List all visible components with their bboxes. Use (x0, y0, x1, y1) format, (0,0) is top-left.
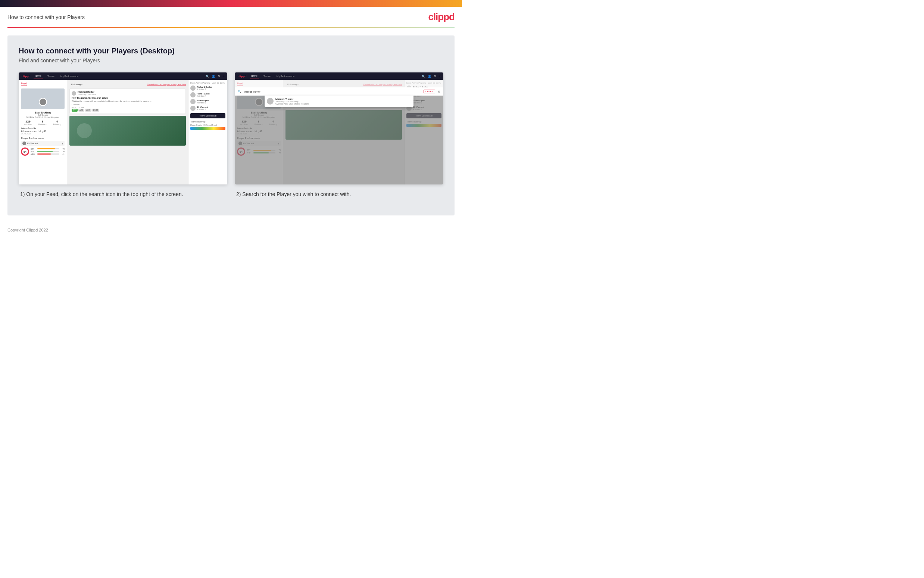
team-dashboard-button[interactable]: Team Dashboard (190, 113, 225, 119)
activity-image (70, 116, 186, 146)
mini-pp-title: Player Performance (21, 137, 65, 140)
act-title: Pre Tournament Course Walk (72, 97, 184, 99)
header-divider (8, 27, 455, 28)
tag-putt: PUTT (92, 109, 99, 112)
mini-app-2: clippd Home Teams My Performance 🔍 👤 ⚙ ○ (235, 72, 443, 185)
search-clear-button[interactable]: CLEAR (424, 89, 435, 93)
p-avatar-4 (190, 106, 196, 111)
chevron-down-icon: ▾ (81, 83, 83, 86)
p-acts-4: Activities: 1 (197, 108, 208, 110)
main-content: How to connect with your Players (Deskto… (8, 36, 455, 216)
mini-profile-info: Blair McHarg Golf Coach Mill Ride Golf C… (21, 111, 65, 119)
search-input-text[interactable]: Marcus Turner (244, 90, 421, 93)
mini-sidebar-1: Feed Blair McHarg Golf Coach Mill Ride G… (19, 80, 67, 185)
search-result-dropdown: Marcus Turner Yesterday · 1-5 Handicap C… (265, 96, 413, 107)
act-avatar (72, 91, 76, 96)
mini-right-panel-1: Most Active Players - Last 30 days Richa… (188, 80, 227, 185)
mini-following-row-2: Following ▾ Control who can see your act… (285, 82, 402, 86)
screenshot-1-frame: clippd Home Teams My Performance 🔍 👤 ⚙ ○ (19, 72, 227, 185)
mini-feed-tab: Feed (21, 82, 27, 86)
chevron-down-icon-3: ▾ (298, 83, 299, 86)
settings-icon[interactable]: ⚙ (218, 75, 220, 78)
team-heatmap-title: Team Heatmap (190, 120, 225, 123)
following-button-2: Following ▾ (285, 82, 300, 86)
mini-feed-tab-2: Feed (237, 82, 243, 86)
top-bar (0, 0, 462, 7)
mini-nav-teams: Teams (46, 74, 56, 78)
mini-logo-1: clippd (22, 75, 31, 78)
mini-latest-date: 27 Jul 2022 (21, 133, 65, 135)
p-avatar-1 (190, 86, 196, 91)
mini-player-name: Eli Vincent (27, 142, 38, 144)
mini-player-select[interactable]: Eli Vincent ▾ (21, 141, 65, 146)
user-icon-2[interactable]: 👤 (428, 75, 431, 78)
close-icon[interactable]: ✕ (437, 89, 440, 94)
avatar-icon[interactable]: ○ (222, 75, 224, 78)
footer: Copyright Clippd 2022 (0, 223, 462, 237)
control-link-2: Control who can see your activity and da… (363, 83, 402, 86)
screenshot-2-frame: clippd Home Teams My Performance 🔍 👤 ⚙ ○ (235, 72, 443, 185)
search-overlay: 🔍 Marcus Turner CLEAR ✕ Marcus (235, 88, 443, 185)
act-desc: Walking the course with my coach to buil… (72, 100, 184, 102)
mini-stats-row: 129 Activities 3 Followers 4 Following (21, 120, 65, 125)
mini-body-1: Feed Blair McHarg Golf Coach Mill Ride G… (19, 80, 227, 185)
mini-nav-icons: 🔍 👤 ⚙ ○ (206, 75, 224, 78)
mini-body-2: Feed Blair McHarg Golf Coach Mill Ride G… (235, 80, 443, 185)
content-subtitle: Find and connect with your Players (19, 57, 443, 63)
search-result-name: Marcus Turner (275, 98, 309, 101)
mini-avatar (39, 98, 47, 106)
mini-nav-teams-2: Teams (262, 74, 272, 78)
page-title: How to connect with your Players (8, 14, 85, 20)
screenshots-container: clippd Home Teams My Performance 🔍 👤 ⚙ ○ (19, 72, 443, 204)
header: How to connect with your Players clippd (0, 7, 462, 27)
mini-app-1: clippd Home Teams My Performance 🔍 👤 ⚙ ○ (19, 72, 227, 185)
player-row-1: Richard Butler Activities: 7 (190, 86, 225, 91)
logo: clippd (428, 11, 455, 23)
mini-quality-bars: OTT 79 APP (31, 148, 65, 156)
mini-following-row: Following ▾ Control who can see your act… (70, 82, 186, 86)
activity-header: Richard Butler Yesterday · The Grove (72, 91, 184, 96)
p-avatar-3 (190, 99, 196, 104)
player-row-2: Piers Parnell Activities: 4 (190, 92, 225, 97)
player-row-3: Hiral Pujara Activities: 3 (190, 99, 225, 104)
search-icon-2[interactable]: 🔍 (422, 75, 426, 78)
tag-arg: ARG (85, 109, 91, 112)
active-players-title: Most Active Players - Last 30 days (190, 82, 225, 84)
mini-nav-performance-2: My Performance (275, 74, 296, 78)
activity-card: Richard Butler Yesterday · The Grove Pre… (70, 88, 186, 114)
bar-arg: ARG 61 (31, 153, 65, 155)
search-icon[interactable]: 🔍 (206, 75, 209, 78)
image-decoration (77, 123, 92, 138)
screenshot-1-block: clippd Home Teams My Performance 🔍 👤 ⚙ ○ (19, 72, 227, 204)
player-row-4: Eli Vincent Activities: 1 (190, 106, 225, 111)
active-players-title-2: Most Active Players - Last 30 days (406, 82, 442, 84)
mini-nav-icons-2: 🔍 👤 ⚙ ○ (422, 75, 440, 78)
following-button[interactable]: Following ▾ (70, 82, 84, 86)
mini-stat-following: 4 Following (53, 120, 61, 125)
search-icon-overlay: 🔍 (238, 90, 241, 93)
p-avatar-2 (190, 92, 196, 97)
control-link[interactable]: Control who can see your activity and da… (147, 83, 186, 86)
tag-ott: OTT (72, 109, 78, 112)
settings-icon-2[interactable]: ⚙ (434, 75, 436, 78)
heatmap-bar (190, 127, 225, 130)
mini-profile-area (21, 88, 65, 109)
act-name: Richard Butler (78, 91, 96, 93)
bar-ott: OTT 79 (31, 148, 65, 150)
user-icon[interactable]: 👤 (212, 75, 215, 78)
mini-latest-val: Afternoon round of golf (21, 130, 65, 133)
mini-main-feed: Following ▾ Control who can see your act… (67, 80, 188, 185)
p-acts-1: Activities: 7 (197, 88, 212, 90)
mini-coach-club: Mill Ride Golf Club, United Kingdom (21, 116, 65, 119)
caption-1: 1) On your Feed, click on the search ico… (19, 185, 227, 204)
heatmap-subtitle: Player Quality · 20 Round Trend (190, 124, 225, 126)
search-bar: 🔍 Marcus Turner CLEAR ✕ (235, 88, 443, 96)
mini-coach-name: Blair McHarg (21, 111, 65, 114)
content-title: How to connect with your Players (Deskto… (19, 47, 443, 55)
mini-nav-1: clippd Home Teams My Performance 🔍 👤 ⚙ ○ (19, 72, 227, 80)
screenshot-2-block: clippd Home Teams My Performance 🔍 👤 ⚙ ○ (235, 72, 443, 204)
p-acts-3: Activities: 3 (197, 102, 209, 104)
mini-nav-home-2: Home (250, 74, 259, 78)
avatar-icon-2[interactable]: ○ (439, 75, 440, 78)
search-result-item[interactable]: Marcus Turner Yesterday · 1-5 Handicap C… (267, 98, 411, 105)
